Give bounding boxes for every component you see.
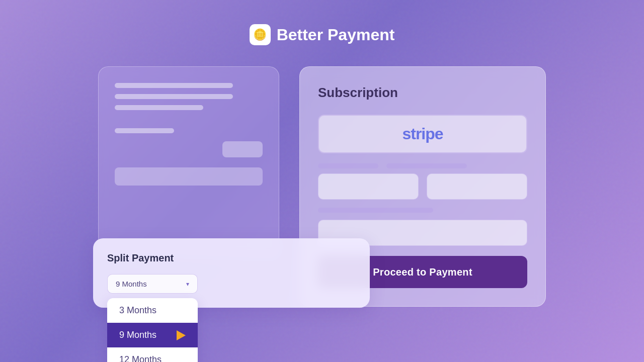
subscription-title: Subscription: [318, 85, 527, 101]
dropdown-selected-value: 9 Months: [116, 280, 182, 288]
stripe-logo: stripe: [402, 125, 443, 143]
form-line-label: [318, 208, 433, 213]
bg-dropdown-placeholder: [115, 167, 263, 186]
option-9-months-label: 9 Months: [119, 330, 156, 340]
cursor-icon: [177, 330, 186, 340]
stripe-logo-box: stripe: [318, 115, 527, 153]
label-line-1: [318, 163, 378, 168]
form-labels-row: [318, 163, 527, 168]
left-panel: Split Payment 9 Months ▾ 3 Months 9 Mont…: [98, 66, 279, 257]
bg-line-1: [115, 83, 233, 88]
card-expiry-input[interactable]: [427, 173, 527, 200]
bg-card-row: [115, 167, 263, 186]
option-9-months[interactable]: 9 Months: [107, 323, 198, 347]
logo-icon: 🪙: [253, 28, 267, 41]
bg-card-button: [222, 141, 263, 157]
background-card: [98, 66, 279, 257]
bg-line-3: [115, 105, 203, 110]
header: 🪙 Better Payment: [250, 24, 395, 45]
bg-line-2: [115, 94, 233, 99]
main-content: Split Payment 9 Months ▾ 3 Months 9 Mont…: [98, 66, 546, 307]
form-row-inputs: [318, 173, 527, 200]
option-12-months[interactable]: 12 Months: [107, 347, 198, 362]
months-dropdown-trigger[interactable]: 9 Months ▾: [107, 274, 198, 294]
chevron-down-icon: ▾: [186, 281, 189, 288]
months-dropdown-menu: 3 Months 9 Months 12 Months: [107, 298, 198, 362]
bg-line-4: [115, 128, 174, 133]
split-payment-title: Split Payment: [107, 252, 356, 264]
bg-spacer: [115, 116, 263, 128]
app-logo: 🪙: [250, 24, 271, 45]
months-dropdown-wrapper[interactable]: 9 Months ▾ 3 Months 9 Months 12 Months: [107, 274, 198, 294]
card-number-input[interactable]: [318, 173, 419, 200]
label-line-2: [386, 163, 467, 168]
option-3-months[interactable]: 3 Months: [107, 298, 198, 323]
split-payment-card: Split Payment 9 Months ▾ 3 Months 9 Mont…: [93, 238, 370, 308]
app-title: Better Payment: [277, 26, 395, 44]
